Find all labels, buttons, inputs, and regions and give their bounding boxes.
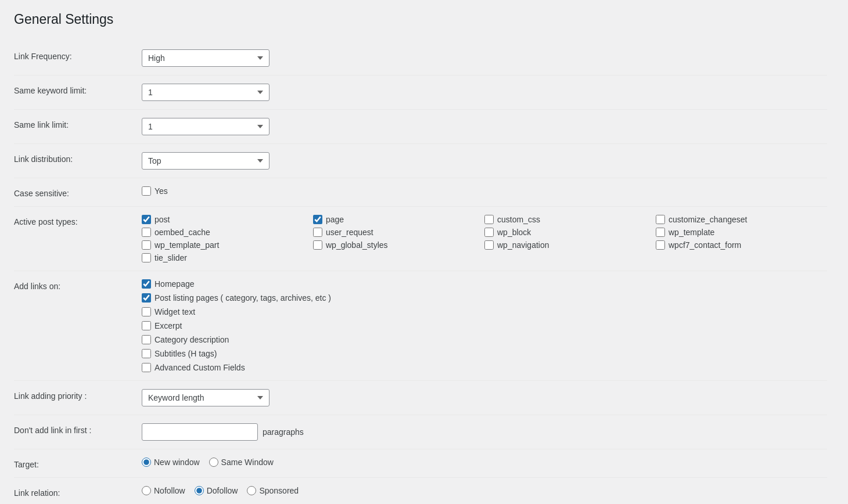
widget-text-label: Widget text [154,307,195,316]
page-checkbox[interactable] [313,215,322,224]
dofollow-radio[interactable] [195,486,204,495]
same-link-limit-control: 1 2 3 4 5 [142,118,827,135]
list-item: oembed_cache [142,228,313,237]
subtitles-checkbox[interactable] [142,349,151,358]
sponsored-label: Sponsored [259,486,299,495]
list-item: post [142,215,313,224]
customize-changeset-checkbox[interactable] [656,215,665,224]
same-window-radio[interactable] [209,458,218,467]
link-relation-radio-group: Nofollow Dofollow Sponsored [142,486,827,495]
add-links-on-control: Homepage Post listing pages ( category, … [142,279,827,372]
target-label: Target: [14,458,142,469]
user-request-label: user_request [326,228,373,237]
post-listing-label: Post listing pages ( category, tags, arc… [154,293,331,303]
list-item: wp_block [484,228,656,237]
list-item: user_request [313,228,484,237]
homepage-label: Homepage [154,279,195,289]
category-description-checkbox[interactable] [142,335,151,344]
custom-css-label: custom_css [497,215,540,224]
active-post-types-control: post oembed_cache wp_template_part tie_s… [142,215,827,262]
target-row: Target: New window Same Window [14,449,827,478]
subtitles-label: Subtitles (H tags) [154,349,217,358]
case-sensitive-text: Yes [154,186,168,196]
widget-text-checkbox[interactable] [142,307,151,316]
custom-css-checkbox[interactable] [484,215,494,224]
same-keyword-limit-label: Same keyword limit: [14,84,142,95]
same-keyword-limit-select[interactable]: 1 2 3 4 5 [142,84,270,101]
list-item: Excerpt [142,321,827,330]
wpcf7-contact-form-checkbox[interactable] [656,240,665,250]
list-item: Widget text [142,307,827,316]
wp-template-label: wp_template [669,228,714,237]
list-item: Advanced Custom Fields [142,363,827,372]
nofollow-item: Nofollow [142,486,185,495]
list-item: Subtitles (H tags) [142,349,827,358]
list-item: Homepage [142,279,827,289]
case-sensitive-row: Case sensitive: Yes [14,178,827,207]
post-listing-checkbox[interactable] [142,293,151,303]
link-frequency-control: Low Medium High Very High [142,49,827,67]
nofollow-label: Nofollow [154,486,185,495]
wp-global-styles-checkbox[interactable] [313,240,322,250]
wp-block-checkbox[interactable] [484,228,494,237]
link-distribution-row: Link distribution: Top Bottom Random [14,144,827,178]
oembed-cache-label: oembed_cache [154,228,210,237]
oembed-cache-checkbox[interactable] [142,228,151,237]
target-control: New window Same Window [142,458,827,467]
link-frequency-select[interactable]: Low Medium High Very High [142,49,270,67]
nofollow-radio[interactable] [142,486,151,495]
tie-slider-label: tie_slider [154,253,187,262]
wp-template-part-label: wp_template_part [154,240,219,250]
same-window-label: Same Window [221,458,274,467]
advanced-custom-fields-label: Advanced Custom Fields [154,363,245,372]
dont-add-link-control: paragraphs [142,423,827,441]
dofollow-label: Dofollow [207,486,238,495]
link-adding-priority-label: Link adding priority : [14,389,142,401]
list-item: Category description [142,335,827,344]
wp-navigation-label: wp_navigation [497,240,549,250]
excerpt-checkbox[interactable] [142,321,151,330]
dofollow-item: Dofollow [195,486,238,495]
user-request-checkbox[interactable] [313,228,322,237]
sponsored-radio[interactable] [247,486,256,495]
same-link-limit-select[interactable]: 1 2 3 4 5 [142,118,270,135]
advanced-custom-fields-checkbox[interactable] [142,363,151,372]
page-label: page [326,215,344,224]
link-adding-priority-row: Link adding priority : Keyword length Al… [14,381,827,415]
paragraphs-suffix: paragraphs [263,427,304,437]
wp-global-styles-label: wp_global_styles [326,240,388,250]
wp-template-part-checkbox[interactable] [142,240,151,250]
same-keyword-limit-row: Same keyword limit: 1 2 3 4 5 [14,75,827,110]
homepage-checkbox[interactable] [142,279,151,289]
link-adding-priority-select[interactable]: Keyword length Alphabetical Random [142,389,270,406]
link-distribution-label: Link distribution: [14,152,142,164]
paragraphs-input-group: paragraphs [142,423,827,441]
post-checkbox[interactable] [142,215,151,224]
wp-navigation-checkbox[interactable] [484,240,494,250]
new-window-radio[interactable] [142,458,151,467]
list-item: tie_slider [142,253,313,262]
page-title: General Settings [14,12,827,27]
link-relation-label: Link relation: [14,486,142,498]
link-relation-row: Link relation: Nofollow Dofollow Sponsor… [14,478,827,504]
add-links-group: Homepage Post listing pages ( category, … [142,279,827,372]
tie-slider-checkbox[interactable] [142,253,151,262]
list-item: custom_css [484,215,656,224]
link-frequency-row: Link Frequency: Low Medium High Very Hig… [14,41,827,75]
wp-block-label: wp_block [497,228,531,237]
link-frequency-label: Link Frequency: [14,49,142,61]
same-link-limit-label: Same link limit: [14,118,142,129]
paragraphs-input[interactable] [142,423,258,441]
case-sensitive-checkbox[interactable] [142,186,151,196]
wp-template-checkbox[interactable] [656,228,665,237]
list-item: wpcf7_contact_form [656,240,827,250]
add-links-on-row: Add links on: Homepage Post listing page… [14,271,827,381]
case-sensitive-item: Yes [142,186,827,196]
wpcf7-contact-form-label: wpcf7_contact_form [669,240,741,250]
category-description-label: Category description [154,335,229,344]
list-item: Post listing pages ( category, tags, arc… [142,293,827,303]
link-relation-control: Nofollow Dofollow Sponsored [142,486,827,495]
case-sensitive-label: Case sensitive: [14,186,142,198]
list-item: wp_global_styles [313,240,484,250]
link-distribution-select[interactable]: Top Bottom Random [142,152,270,170]
